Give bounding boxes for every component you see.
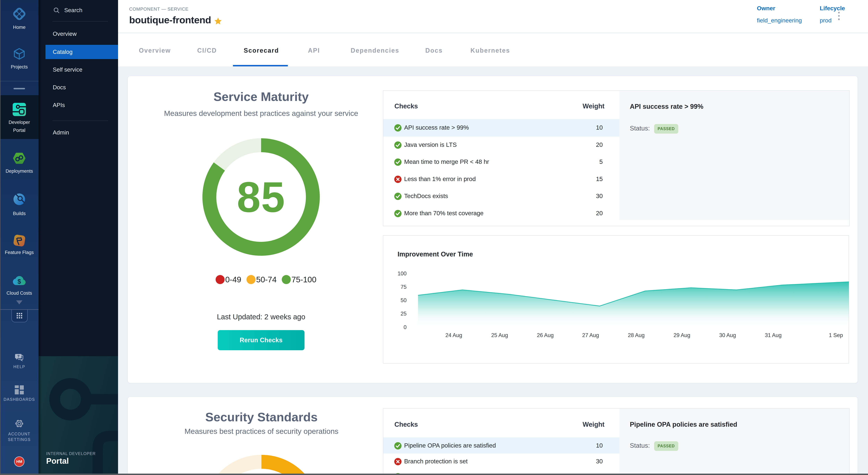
svg-text:?: ?	[17, 354, 20, 358]
svg-text:$: $	[18, 278, 21, 285]
